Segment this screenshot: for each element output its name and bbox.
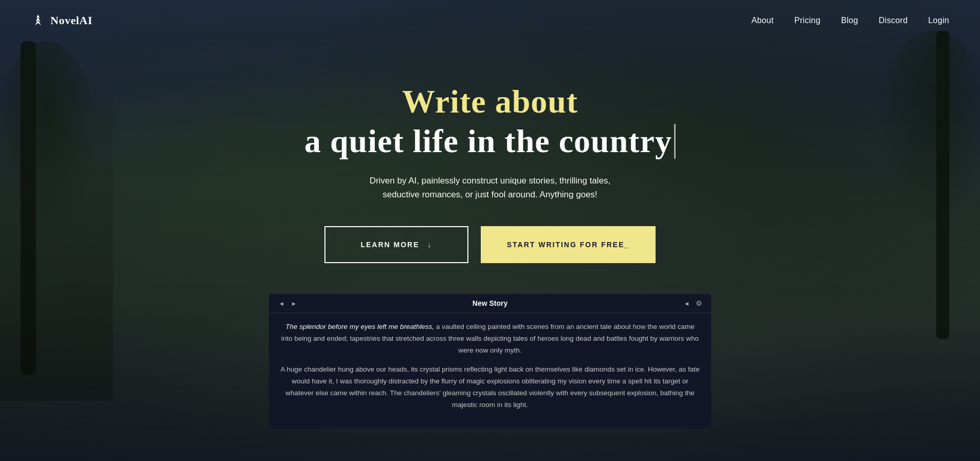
- panel-settings-icon[interactable]: ⚙: [695, 299, 703, 307]
- hero-title-line1: Write about: [402, 82, 578, 122]
- nav-links: About Pricing Blog Discord Login: [751, 16, 949, 25]
- panel-nav-back-icon[interactable]: ◂: [277, 299, 285, 307]
- story-panel-title: New Story: [473, 299, 507, 307]
- nav-pricing[interactable]: Pricing: [794, 16, 821, 25]
- logo-icon: [31, 13, 45, 28]
- panel-collapse-icon[interactable]: ◂: [682, 299, 691, 307]
- panel-nav-forward-icon[interactable]: ▸: [289, 299, 298, 307]
- down-arrow-icon: ↓: [428, 241, 432, 249]
- nav-about[interactable]: About: [751, 16, 773, 25]
- hero-subtitle: Driven by AI, painlessly construct uniqu…: [370, 174, 611, 201]
- learn-more-button[interactable]: LEARN MORE ↓: [324, 226, 468, 263]
- start-writing-button[interactable]: START WRITING FOR FREE_: [481, 226, 656, 263]
- text-cursor: [674, 124, 676, 159]
- nav-login[interactable]: Login: [928, 16, 949, 25]
- panel-right-icons: ◂ ⚙: [682, 299, 703, 307]
- story-panel-body: The splendor before my eyes left me brea…: [269, 313, 711, 429]
- story-panel-header: ◂ ▸ New Story ◂ ⚙: [269, 294, 711, 313]
- navbar: NovelAI About Pricing Blog Discord Login: [0, 0, 980, 41]
- hero-content: Write about a quiet life in the country …: [0, 41, 980, 461]
- story-paragraph-2: A huge chandelier hung above our heads, …: [279, 364, 701, 411]
- panel-left-icons: ◂ ▸: [277, 299, 298, 307]
- hero-buttons: LEARN MORE ↓ START WRITING FOR FREE_: [324, 226, 656, 263]
- story-paragraph-1: The splendor before my eyes left me brea…: [279, 321, 701, 357]
- nav-discord[interactable]: Discord: [879, 16, 908, 25]
- story-highlighted-text: The splendor before my eyes left me brea…: [285, 323, 434, 330]
- logo[interactable]: NovelAI: [31, 13, 93, 28]
- story-panel: ◂ ▸ New Story ◂ ⚙ The splendor before my…: [269, 294, 711, 429]
- nav-blog[interactable]: Blog: [841, 16, 858, 25]
- hero-title-line2: a quiet life in the country: [304, 122, 676, 161]
- logo-text: NovelAI: [50, 14, 93, 27]
